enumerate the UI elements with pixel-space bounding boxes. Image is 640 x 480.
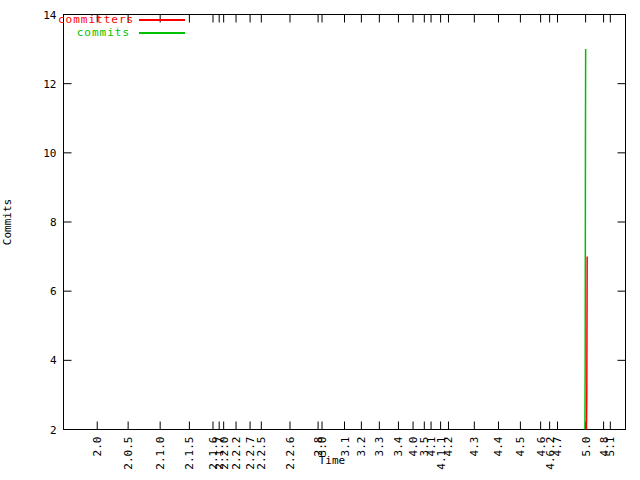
y-tick-label: 8	[50, 216, 57, 229]
x-tick-label: 3.4	[392, 436, 405, 456]
plot-border	[64, 15, 626, 430]
x-tick-label: 3.1	[339, 437, 352, 457]
x-tick-label: 3.0	[316, 437, 329, 457]
x-tick-label: 2.2.0	[218, 437, 231, 470]
x-tick-label: 3.3	[373, 437, 386, 457]
legend-label-commits: commits	[58, 26, 130, 39]
x-tick-label: 3.2	[355, 437, 368, 457]
x-tick-label: 2.2.5	[255, 437, 268, 470]
y-tick-label: 10	[43, 147, 56, 160]
x-tick-label: 4.4	[492, 436, 505, 456]
y-tick-label: 12	[43, 78, 56, 91]
y-tick-label: 14	[43, 9, 57, 22]
plot-svg: Commits Time 24681012142.02.0.52.1.02.1.…	[0, 0, 640, 480]
x-tick-label: 4.5	[514, 437, 527, 457]
x-tick-label: 2.2.6	[284, 437, 297, 470]
series-line-committers	[586, 257, 587, 430]
y-tick-label: 2	[50, 424, 57, 437]
x-tick-label: 2.0	[91, 437, 104, 457]
x-tick-label: 2.1.5	[183, 437, 196, 470]
y-tick-label: 4	[50, 354, 57, 367]
legend-item-committers: committers	[58, 13, 185, 26]
x-tick-label: 4.7	[551, 437, 564, 457]
x-tick-label: 2.1.0	[154, 437, 167, 470]
series-line-commits	[585, 49, 586, 429]
legend-label-committers: committers	[58, 13, 130, 26]
x-tick-label: 2.0.5	[122, 437, 135, 470]
legend-line-commits	[139, 32, 185, 34]
y-axis-title: Commits	[1, 199, 14, 245]
x-tick-label: 5.0	[580, 437, 593, 457]
y-tick-label: 6	[50, 285, 57, 298]
legend-line-committers	[139, 19, 185, 21]
x-tick-label: 2.2.2	[230, 437, 243, 470]
legend: committers commits	[58, 13, 185, 39]
x-tick-label: 5.1	[604, 437, 617, 457]
x-tick-label: 4.2	[442, 437, 455, 457]
legend-item-commits: commits	[58, 26, 185, 39]
x-tick-label: 4.3	[468, 437, 481, 457]
chart-area: Commits Time 24681012142.02.0.52.1.02.1.…	[0, 0, 640, 480]
